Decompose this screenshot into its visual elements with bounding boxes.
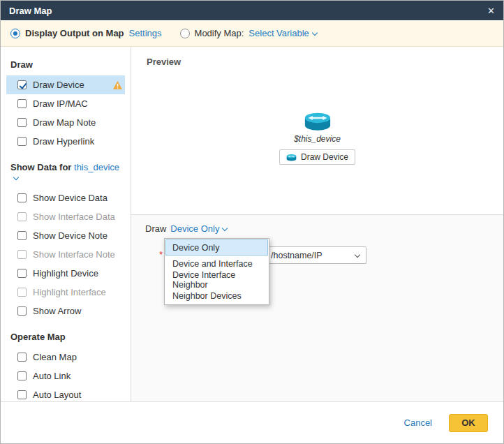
- checkbox[interactable]: [17, 193, 27, 202]
- checkbox[interactable]: [17, 288, 27, 297]
- checkbox-label: Show Device Note: [33, 230, 108, 241]
- dropdown-option-label: Device and Interface: [172, 259, 253, 269]
- checkbox[interactable]: [17, 137, 27, 146]
- select-variable-link[interactable]: Select Variable: [249, 28, 316, 38]
- mode-bar: Display Output on Map Settings Modify Ma…: [1, 20, 503, 47]
- checkbox-row-highlight-interface[interactable]: Highlight Interface: [6, 283, 125, 302]
- this-device-text: this_device: [74, 162, 119, 172]
- preview-title: Preview: [147, 57, 503, 67]
- checkbox[interactable]: [17, 269, 27, 278]
- dropdown-option-label: Neighbor Devices: [172, 291, 242, 301]
- checkbox-label: Auto Layout: [33, 390, 81, 400]
- checkbox[interactable]: [17, 371, 27, 380]
- dropdown-option-neighbor-devices[interactable]: Neighbor Devices: [165, 288, 268, 304]
- required-marker: *: [159, 249, 163, 260]
- dialog-footer: Cancel OK: [1, 401, 503, 443]
- radio-display-output[interactable]: [10, 29, 20, 38]
- checkbox-label: Draw Device: [33, 80, 84, 90]
- draw-mode-dropdown: Device Only Device and Interface Device …: [164, 238, 269, 305]
- router-icon: [304, 111, 332, 131]
- chevron-down-icon: [312, 30, 318, 36]
- warning-icon: [113, 81, 122, 89]
- preview-device: $this_device Draw Device: [131, 111, 503, 165]
- section-title-draw: Draw: [10, 59, 121, 70]
- checkbox[interactable]: [17, 99, 27, 108]
- checkbox-row-highlight-device[interactable]: Highlight Device: [6, 264, 125, 283]
- dialog-titlebar: Draw Map ✕: [1, 1, 503, 20]
- checkbox[interactable]: [17, 118, 27, 127]
- checkbox-row-show-arrow[interactable]: Show Arrow: [6, 302, 125, 320]
- checkbox-label: Show Interface Data: [33, 212, 115, 222]
- dialog-title: Draw Map: [9, 6, 52, 16]
- section-title-operate-map: Operate Map: [10, 332, 121, 342]
- draw-device-button[interactable]: Draw Device: [279, 149, 355, 165]
- checkbox-label: Auto Link: [33, 371, 71, 381]
- dialog-content: Draw Draw Device Draw IP/MAC Draw Map No…: [1, 47, 503, 401]
- show-data-for-text: Show Data for: [10, 162, 71, 172]
- router-icon: [286, 154, 297, 161]
- draw-device-button-label: Draw Device: [301, 152, 348, 162]
- checkbox-row-show-interface-data[interactable]: Show Interface Data: [6, 207, 125, 226]
- checkbox[interactable]: [17, 231, 27, 240]
- checkbox-label: Draw Hyperlink: [33, 136, 94, 147]
- checkbox[interactable]: [17, 390, 27, 399]
- checkbox-row-draw-map-note[interactable]: Draw Map Note: [6, 113, 125, 132]
- checkbox-label: Show Device Data: [33, 193, 108, 203]
- settings-link[interactable]: Settings: [129, 28, 162, 38]
- dropdown-option-device-interface-neighbor[interactable]: Device Interface Neighbor: [165, 272, 268, 288]
- dropdown-option-label: Device Only: [172, 243, 219, 253]
- checkbox-row-show-device-note[interactable]: Show Device Note: [6, 226, 125, 245]
- main-panel: Preview $this_device: [131, 47, 503, 401]
- ok-button[interactable]: OK: [449, 414, 488, 432]
- checkbox-label: Clean Map: [33, 352, 77, 362]
- select-variable-text: Select Variable: [249, 28, 309, 38]
- radio-modify-map[interactable]: [180, 29, 190, 38]
- checkbox-row-show-device-data[interactable]: Show Device Data: [6, 188, 125, 207]
- draw-mode-row: Draw Device Only: [145, 223, 503, 234]
- checkbox-row-draw-hyperlink[interactable]: Draw Hyperlink: [6, 132, 125, 151]
- checkbox-label: Draw Map Note: [33, 117, 96, 128]
- checkbox[interactable]: [17, 353, 27, 362]
- draw-mode-text: Device Only: [170, 223, 219, 234]
- checkbox-row-auto-link[interactable]: Auto Link: [6, 367, 125, 385]
- modify-map-option[interactable]: Modify Map: Select Variable: [180, 28, 317, 38]
- checkbox-row-show-interface-note[interactable]: Show Interface Note: [6, 245, 125, 264]
- checkbox-label: Highlight Interface: [33, 287, 106, 297]
- draw-map-dialog: Draw Map ✕ Display Output on Map Setting…: [0, 0, 504, 444]
- section-title-show-data: Show Data for this_device: [10, 162, 121, 183]
- preview-panel: Preview $this_device: [131, 47, 503, 215]
- dropdown-option-device-only[interactable]: Device Only: [165, 239, 268, 256]
- checkbox[interactable]: [17, 212, 27, 221]
- draw-options-panel: Draw Device Only * /hostname/IP Device O…: [131, 215, 503, 401]
- cancel-button[interactable]: Cancel: [404, 417, 432, 428]
- chevron-down-icon: [222, 225, 228, 231]
- options-sidebar: Draw Draw Device Draw IP/MAC Draw Map No…: [1, 47, 131, 401]
- chevron-down-icon: [355, 252, 360, 258]
- checkbox-row-draw-ip-mac[interactable]: Draw IP/MAC: [6, 94, 125, 113]
- checkbox-label: Highlight Device: [33, 268, 98, 279]
- checkbox[interactable]: [17, 306, 27, 316]
- checkbox-row-draw-device[interactable]: Draw Device: [6, 75, 125, 94]
- checkbox-label: Show Interface Note: [33, 249, 115, 260]
- checkbox-label: Draw IP/MAC: [33, 98, 88, 109]
- chevron-down-icon: [13, 175, 19, 180]
- checkbox[interactable]: [17, 250, 27, 259]
- display-output-option[interactable]: Display Output on Map Settings: [10, 28, 162, 38]
- display-output-label: Display Output on Map: [25, 28, 124, 38]
- draw-mode-link[interactable]: Device Only: [170, 223, 227, 234]
- checkbox-label: Show Arrow: [33, 306, 81, 316]
- device-label: $this_device: [294, 134, 341, 144]
- checkbox[interactable]: [17, 80, 27, 89]
- close-icon[interactable]: ✕: [487, 6, 495, 15]
- dropdown-option-label: Device Interface Neighbor: [172, 270, 261, 290]
- checkbox-row-clean-map[interactable]: Clean Map: [6, 348, 125, 367]
- modify-map-label: Modify Map:: [195, 28, 244, 38]
- draw-label: Draw: [145, 223, 166, 234]
